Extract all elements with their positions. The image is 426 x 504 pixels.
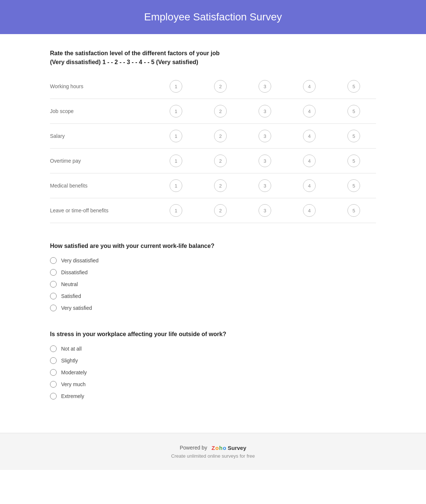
rating-cell[interactable]: 5 bbox=[332, 124, 376, 149]
rating-cell[interactable]: 2 bbox=[198, 74, 243, 99]
radio-label: Not at all bbox=[61, 346, 81, 352]
row-label: Salary bbox=[50, 124, 154, 149]
rating-circle-2[interactable]: 2 bbox=[214, 105, 227, 117]
rating-circle-4[interactable]: 4 bbox=[303, 105, 316, 117]
rating-table: Working hours12345Job scope12345Salary12… bbox=[50, 74, 376, 223]
rating-circle-1[interactable]: 1 bbox=[170, 155, 182, 167]
rating-cell[interactable]: 4 bbox=[287, 99, 332, 124]
radio-input[interactable] bbox=[50, 257, 57, 264]
rating-circle-2[interactable]: 2 bbox=[214, 155, 227, 167]
rating-circle-3[interactable]: 3 bbox=[259, 130, 271, 142]
rating-cell[interactable]: 3 bbox=[243, 149, 287, 173]
radio-input[interactable] bbox=[50, 305, 57, 311]
rating-circle-3[interactable]: 3 bbox=[259, 179, 271, 192]
list-item[interactable]: Dissatisfied bbox=[50, 269, 376, 276]
rating-circle-3[interactable]: 3 bbox=[259, 80, 271, 93]
row-label: Working hours bbox=[50, 74, 154, 99]
list-item[interactable]: Neutral bbox=[50, 281, 376, 288]
radio-label: Very much bbox=[61, 381, 86, 387]
rating-cell[interactable]: 3 bbox=[243, 99, 287, 124]
rating-cell[interactable]: 5 bbox=[332, 149, 376, 173]
rating-cell[interactable]: 2 bbox=[198, 99, 243, 124]
rating-cell[interactable]: 5 bbox=[332, 74, 376, 99]
rating-cell[interactable]: 3 bbox=[243, 124, 287, 149]
rating-cell[interactable]: 1 bbox=[154, 124, 198, 149]
rating-cell[interactable]: 4 bbox=[287, 74, 332, 99]
rating-cell[interactable]: 5 bbox=[332, 173, 376, 198]
rating-circle-1[interactable]: 1 bbox=[170, 130, 182, 142]
page-title: Employee Satisfaction Survey bbox=[7, 11, 419, 23]
rating-cell[interactable]: 4 bbox=[287, 149, 332, 173]
rating-cell[interactable]: 3 bbox=[243, 173, 287, 198]
rating-circle-4[interactable]: 4 bbox=[303, 204, 316, 217]
rating-circle-4[interactable]: 4 bbox=[303, 130, 316, 142]
rating-circle-2[interactable]: 2 bbox=[214, 80, 227, 93]
rating-circle-4[interactable]: 4 bbox=[303, 179, 316, 192]
footer-brand: Powered by Zoho Survey bbox=[180, 445, 246, 451]
rating-circle-4[interactable]: 4 bbox=[303, 80, 316, 93]
section2-options: Very dissatisfiedDissatisfiedNeutralSati… bbox=[50, 257, 376, 311]
rating-circle-5[interactable]: 5 bbox=[347, 179, 360, 192]
rating-cell[interactable]: 3 bbox=[243, 198, 287, 223]
rating-circle-1[interactable]: 1 bbox=[170, 204, 182, 217]
list-item[interactable]: Very dissatisfied bbox=[50, 257, 376, 264]
section-worklife: How satisfied are you with your current … bbox=[50, 242, 376, 311]
table-row: Working hours12345 bbox=[50, 74, 376, 99]
list-item[interactable]: Not at all bbox=[50, 345, 376, 352]
footer-tagline: Create unlimited online surveys for free bbox=[7, 453, 419, 459]
rating-circle-2[interactable]: 2 bbox=[214, 179, 227, 192]
rating-cell[interactable]: 1 bbox=[154, 173, 198, 198]
rating-cell[interactable]: 4 bbox=[287, 124, 332, 149]
section-rating: Rate the satisfaction level of the diffe… bbox=[50, 49, 376, 223]
section3-question: Is stress in your workplace affecting yo… bbox=[50, 330, 376, 339]
radio-label: Moderately bbox=[61, 369, 87, 375]
rating-cell[interactable]: 1 bbox=[154, 149, 198, 173]
page-footer: Powered by Zoho Survey Create unlimited … bbox=[0, 433, 426, 470]
radio-input[interactable] bbox=[50, 281, 57, 288]
rating-cell[interactable]: 2 bbox=[198, 173, 243, 198]
row-label: Job scope bbox=[50, 99, 154, 124]
rating-circle-2[interactable]: 2 bbox=[214, 130, 227, 142]
rating-circle-3[interactable]: 3 bbox=[259, 204, 271, 217]
table-row: Job scope12345 bbox=[50, 99, 376, 124]
rating-circle-1[interactable]: 1 bbox=[170, 80, 182, 93]
list-item[interactable]: Slightly bbox=[50, 357, 376, 364]
rating-circle-5[interactable]: 5 bbox=[347, 105, 360, 117]
rating-circle-3[interactable]: 3 bbox=[259, 105, 271, 117]
rating-circle-5[interactable]: 5 bbox=[347, 80, 360, 93]
rating-circle-5[interactable]: 5 bbox=[347, 155, 360, 167]
rating-cell[interactable]: 1 bbox=[154, 74, 198, 99]
radio-input[interactable] bbox=[50, 393, 57, 399]
list-item[interactable]: Extremely bbox=[50, 393, 376, 399]
rating-circle-1[interactable]: 1 bbox=[170, 179, 182, 192]
rating-cell[interactable]: 2 bbox=[198, 149, 243, 173]
radio-input[interactable] bbox=[50, 269, 57, 276]
rating-cell[interactable]: 1 bbox=[154, 198, 198, 223]
rating-circle-5[interactable]: 5 bbox=[347, 130, 360, 142]
rating-cell[interactable]: 4 bbox=[287, 173, 332, 198]
rating-circle-5[interactable]: 5 bbox=[347, 204, 360, 217]
row-label: Medical benefits bbox=[50, 173, 154, 198]
rating-cell[interactable]: 4 bbox=[287, 198, 332, 223]
radio-input[interactable] bbox=[50, 369, 57, 376]
rating-cell[interactable]: 3 bbox=[243, 74, 287, 99]
list-item[interactable]: Very much bbox=[50, 381, 376, 388]
list-item[interactable]: Very satisfied bbox=[50, 305, 376, 311]
radio-input[interactable] bbox=[50, 293, 57, 299]
rating-cell[interactable]: 2 bbox=[198, 198, 243, 223]
rating-circle-4[interactable]: 4 bbox=[303, 155, 316, 167]
list-item[interactable]: Moderately bbox=[50, 369, 376, 376]
rating-cell[interactable]: 1 bbox=[154, 99, 198, 124]
rating-cell[interactable]: 5 bbox=[332, 198, 376, 223]
radio-label: Very dissatisfied bbox=[61, 258, 99, 263]
rating-circle-1[interactable]: 1 bbox=[170, 105, 182, 117]
rating-circle-3[interactable]: 3 bbox=[259, 155, 271, 167]
rating-circle-2[interactable]: 2 bbox=[214, 204, 227, 217]
rating-cell[interactable]: 2 bbox=[198, 124, 243, 149]
list-item[interactable]: Satisfied bbox=[50, 293, 376, 299]
radio-input[interactable] bbox=[50, 357, 57, 364]
main-content: Rate the satisfaction level of the diffe… bbox=[28, 34, 398, 433]
radio-input[interactable] bbox=[50, 381, 57, 388]
radio-input[interactable] bbox=[50, 345, 57, 352]
rating-cell[interactable]: 5 bbox=[332, 99, 376, 124]
